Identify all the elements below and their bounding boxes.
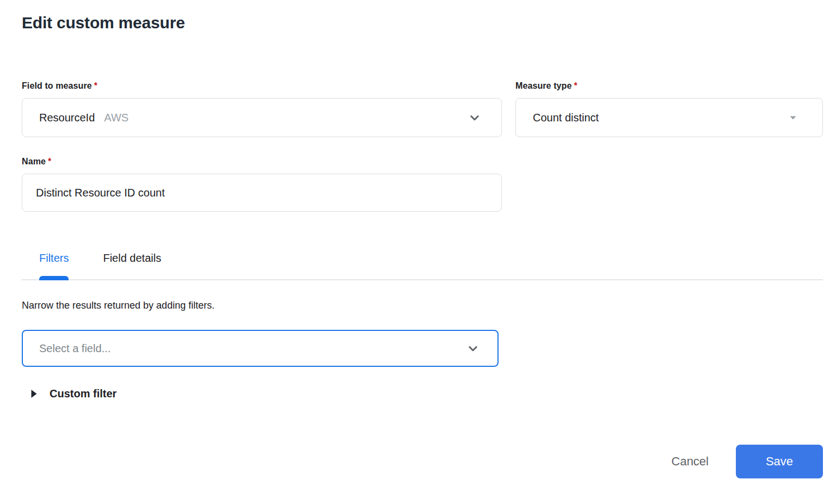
tab-filters[interactable]: Filters xyxy=(39,252,69,279)
save-button[interactable]: Save xyxy=(736,445,823,478)
active-tab-indicator xyxy=(39,276,69,280)
measure-type-label-text: Measure type xyxy=(515,81,571,90)
required-asterisk: * xyxy=(94,81,97,90)
required-asterisk: * xyxy=(48,157,51,166)
triangle-right-icon xyxy=(30,389,38,399)
chevron-down-icon xyxy=(466,109,483,126)
edit-custom-measure-dialog: Edit custom measure Field to measure* Re… xyxy=(0,0,836,504)
page-title: Edit custom measure xyxy=(22,14,823,32)
tab-filters-label: Filters xyxy=(39,252,69,264)
field-to-measure-value: ResourceId xyxy=(39,112,95,124)
field-to-measure-label: Field to measure* xyxy=(22,81,502,91)
cancel-button[interactable]: Cancel xyxy=(659,449,722,474)
custom-filter-expander[interactable]: Custom filter xyxy=(22,388,163,400)
filter-field-select[interactable]: Select a field... xyxy=(22,330,499,367)
custom-filter-label: Custom filter xyxy=(50,388,116,400)
name-label: Name* xyxy=(22,157,823,167)
field-to-measure-source-tag: AWS xyxy=(104,112,128,124)
filter-field-placeholder: Select a field... xyxy=(39,342,110,355)
measure-fields-row: Field to measure* ResourceId AWS Measure… xyxy=(22,81,823,137)
name-input[interactable] xyxy=(22,174,502,212)
filters-description: Narrow the results returned by adding fi… xyxy=(22,300,823,311)
name-group: Name* xyxy=(22,157,823,212)
measure-type-select[interactable]: Count distinct xyxy=(515,98,823,137)
field-to-measure-group: Field to measure* ResourceId AWS xyxy=(22,81,502,137)
name-label-text: Name xyxy=(22,157,46,166)
tab-bar: Filters Field details xyxy=(22,252,823,280)
field-to-measure-label-text: Field to measure xyxy=(22,81,92,90)
triangle-down-icon xyxy=(786,111,800,124)
dialog-footer: Cancel Save xyxy=(22,445,823,478)
tab-field-details[interactable]: Field details xyxy=(103,252,161,279)
measure-type-label: Measure type* xyxy=(515,81,823,91)
tab-field-details-label: Field details xyxy=(103,252,161,264)
required-asterisk: * xyxy=(574,81,577,90)
measure-type-value: Count distinct xyxy=(533,112,599,124)
field-to-measure-select[interactable]: ResourceId AWS xyxy=(22,98,502,137)
measure-type-group: Measure type* Count distinct xyxy=(515,81,823,137)
chevron-down-icon xyxy=(465,340,481,357)
